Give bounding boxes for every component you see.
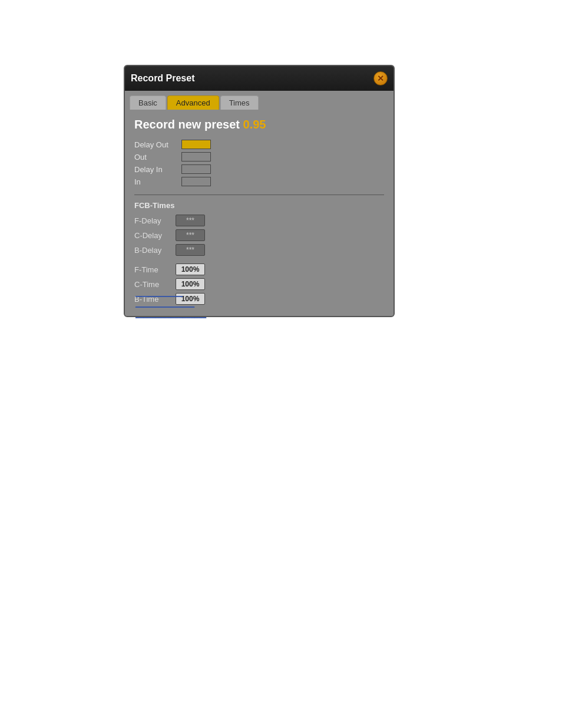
fcb-title: FCB-Times: [134, 201, 384, 210]
section-divider: [134, 195, 384, 195]
fcb-f-delay-row: F-Delay ***: [134, 215, 384, 226]
content-area: Record new preset 0.95 Delay Out Out Del…: [125, 110, 394, 316]
record-preset-dialog: Record Preset ✕ Basic Advanced Times Rec…: [124, 65, 395, 317]
fcb-b-delay-label: B-Delay: [134, 246, 176, 255]
delay-section: Delay Out Out Delay In In: [134, 140, 384, 186]
fcb-b-delay-value[interactable]: ***: [176, 244, 205, 256]
delay-row-delay-out: Delay Out: [134, 140, 384, 149]
fcb-c-time-row: C-Time 100%: [134, 278, 384, 290]
dialog-title: Record Preset: [131, 73, 195, 84]
delay-out-label: Delay Out: [134, 140, 181, 149]
fcb-f-time-label: F-Time: [134, 265, 176, 274]
fcb-f-time-value[interactable]: 100%: [176, 263, 205, 275]
fcb-c-delay-label: C-Delay: [134, 231, 176, 240]
title-bar: Record Preset ✕: [125, 66, 394, 91]
in-box[interactable]: [181, 177, 211, 186]
tab-advanced[interactable]: Advanced: [167, 95, 219, 110]
out-label: Out: [134, 153, 181, 162]
delay-row-out: Out: [134, 152, 384, 162]
fcb-f-delay-value[interactable]: ***: [176, 215, 205, 226]
tab-bar: Basic Advanced Times: [125, 91, 394, 110]
link-2[interactable]: _______________: [135, 299, 206, 308]
close-icon: ✕: [377, 74, 384, 83]
fcb-gap: [134, 259, 384, 263]
links-section: ____________ _______________ ___________…: [135, 289, 206, 321]
delay-row-delay-in: Delay In: [134, 164, 384, 174]
delay-out-box[interactable]: [181, 140, 211, 149]
fcb-f-time-row: F-Time 100%: [134, 263, 384, 275]
tab-times-label: Times: [229, 98, 250, 107]
in-label: In: [134, 177, 181, 186]
fcb-c-delay-value[interactable]: ***: [176, 229, 205, 241]
delay-in-box[interactable]: [181, 164, 211, 174]
tab-basic-label: Basic: [138, 98, 157, 107]
out-box[interactable]: [181, 152, 211, 162]
delay-in-label: Delay In: [134, 165, 181, 174]
preset-title: Record new preset 0.95: [134, 118, 384, 131]
fcb-f-delay-label: F-Delay: [134, 216, 176, 225]
delay-row-in: In: [134, 177, 384, 186]
close-button[interactable]: ✕: [373, 71, 388, 85]
fcb-c-time-value[interactable]: 100%: [176, 278, 205, 290]
link-1[interactable]: ____________: [135, 289, 206, 297]
link-3[interactable]: __________________: [135, 310, 206, 318]
fcb-c-time-label: C-Time: [134, 280, 176, 289]
preset-number: 0.95: [243, 118, 266, 131]
page-wrapper: Record Preset ✕ Basic Advanced Times Rec…: [0, 0, 562, 728]
fcb-c-delay-row: C-Delay ***: [134, 229, 384, 241]
tab-advanced-label: Advanced: [176, 98, 210, 107]
tab-basic[interactable]: Basic: [130, 95, 166, 110]
fcb-b-delay-row: B-Delay ***: [134, 244, 384, 256]
tab-times[interactable]: Times: [220, 95, 259, 110]
